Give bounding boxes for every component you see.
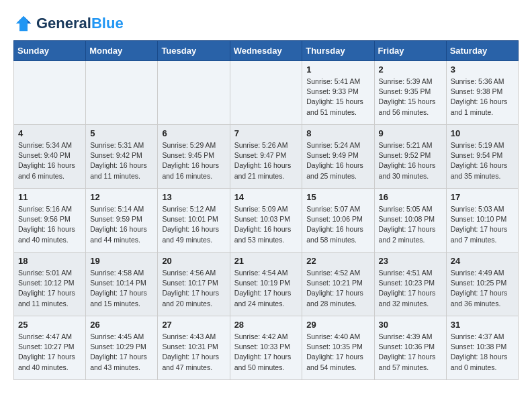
weekday-header-sunday: Sunday [14,41,86,61]
day-info: Sunrise: 4:40 AM Sunset: 10:35 PM Daylig… [306,332,369,373]
calendar-cell: 6Sunrise: 5:29 AM Sunset: 9:45 PM Daylig… [158,125,230,189]
day-number: 5 [90,128,153,138]
day-number: 17 [451,192,514,202]
calendar-cell: 8Sunrise: 5:24 AM Sunset: 9:49 PM Daylig… [302,125,374,189]
day-number: 28 [234,320,298,330]
day-info: Sunrise: 4:56 AM Sunset: 10:17 PM Daylig… [162,268,225,309]
day-info: Sunrise: 4:39 AM Sunset: 10:36 PM Daylig… [379,332,442,373]
calendar-cell: 17Sunrise: 5:03 AM Sunset: 10:10 PM Dayl… [446,189,518,253]
day-number: 15 [306,192,369,202]
calendar-cell: 11Sunrise: 5:16 AM Sunset: 9:56 PM Dayli… [14,189,86,253]
day-number: 21 [234,256,298,266]
calendar-week-row: 4Sunrise: 5:34 AM Sunset: 9:40 PM Daylig… [14,125,519,189]
weekday-header-tuesday: Tuesday [158,41,230,61]
calendar-cell: 10Sunrise: 5:19 AM Sunset: 9:54 PM Dayli… [446,125,518,189]
day-info: Sunrise: 4:58 AM Sunset: 10:14 PM Daylig… [90,268,153,309]
calendar-cell: 19Sunrise: 4:58 AM Sunset: 10:14 PM Dayl… [86,253,158,316]
day-info: Sunrise: 5:12 AM Sunset: 10:01 PM Daylig… [162,204,225,245]
day-number: 8 [306,128,369,138]
day-info: Sunrise: 4:52 AM Sunset: 10:21 PM Daylig… [306,268,369,309]
weekday-header-monday: Monday [86,41,158,61]
logo-icon [13,13,34,34]
weekday-header-wednesday: Wednesday [230,41,302,61]
day-number: 20 [162,256,225,266]
day-info: Sunrise: 4:49 AM Sunset: 10:25 PM Daylig… [451,268,514,309]
day-number: 29 [306,320,369,330]
day-number: 25 [18,320,81,330]
calendar-cell [86,61,158,125]
calendar-cell: 9Sunrise: 5:21 AM Sunset: 9:52 PM Daylig… [374,125,446,189]
day-info: Sunrise: 4:45 AM Sunset: 10:29 PM Daylig… [90,332,153,373]
day-number: 27 [162,320,225,330]
weekday-header-saturday: Saturday [446,41,518,61]
day-info: Sunrise: 5:05 AM Sunset: 10:08 PM Daylig… [379,204,442,245]
calendar-cell: 23Sunrise: 4:51 AM Sunset: 10:23 PM Dayl… [374,253,446,316]
day-info: Sunrise: 5:31 AM Sunset: 9:42 PM Dayligh… [90,140,153,181]
day-info: Sunrise: 4:54 AM Sunset: 10:19 PM Daylig… [234,268,298,309]
calendar-cell: 15Sunrise: 5:07 AM Sunset: 10:06 PM Dayl… [302,189,374,253]
logo: GeneralBlue [13,13,124,34]
day-info: Sunrise: 5:07 AM Sunset: 10:06 PM Daylig… [306,204,369,245]
calendar-week-row: 18Sunrise: 5:01 AM Sunset: 10:12 PM Dayl… [14,253,519,316]
calendar-cell: 24Sunrise: 4:49 AM Sunset: 10:25 PM Dayl… [446,253,518,316]
weekday-header-thursday: Thursday [302,41,374,61]
day-info: Sunrise: 5:16 AM Sunset: 9:56 PM Dayligh… [18,204,81,245]
day-number: 2 [379,64,442,75]
day-number: 23 [379,256,442,266]
calendar-cell: 2Sunrise: 5:39 AM Sunset: 9:35 PM Daylig… [374,61,446,125]
calendar-cell: 18Sunrise: 5:01 AM Sunset: 10:12 PM Dayl… [14,253,86,316]
day-number: 18 [18,256,81,266]
calendar-week-row: 1Sunrise: 5:41 AM Sunset: 9:33 PM Daylig… [14,61,519,125]
calendar-cell: 27Sunrise: 4:43 AM Sunset: 10:31 PM Dayl… [158,316,230,380]
calendar-cell: 20Sunrise: 4:56 AM Sunset: 10:17 PM Dayl… [158,253,230,316]
day-info: Sunrise: 5:19 AM Sunset: 9:54 PM Dayligh… [451,140,514,181]
calendar-cell: 1Sunrise: 5:41 AM Sunset: 9:33 PM Daylig… [302,61,374,125]
calendar-cell: 3Sunrise: 5:36 AM Sunset: 9:38 PM Daylig… [446,61,518,125]
day-number: 6 [162,128,225,138]
calendar-cell [14,61,86,125]
day-info: Sunrise: 5:39 AM Sunset: 9:35 PM Dayligh… [379,77,442,118]
day-info: Sunrise: 5:14 AM Sunset: 9:59 PM Dayligh… [90,204,153,245]
day-number: 13 [162,192,225,202]
day-info: Sunrise: 5:01 AM Sunset: 10:12 PM Daylig… [18,268,81,309]
day-number: 26 [90,320,153,330]
day-info: Sunrise: 4:51 AM Sunset: 10:23 PM Daylig… [379,268,442,309]
day-info: Sunrise: 5:26 AM Sunset: 9:47 PM Dayligh… [234,140,298,181]
page-header: GeneralBlue [13,13,519,34]
day-number: 11 [18,192,81,202]
day-info: Sunrise: 4:37 AM Sunset: 10:38 PM Daylig… [451,332,514,373]
day-number: 30 [379,320,442,330]
day-number: 3 [451,64,514,75]
day-number: 10 [451,128,514,138]
weekday-header-friday: Friday [374,41,446,61]
calendar-cell: 30Sunrise: 4:39 AM Sunset: 10:36 PM Dayl… [374,316,446,380]
calendar-cell [230,61,302,125]
day-number: 16 [379,192,442,202]
calendar-cell [158,61,230,125]
calendar-cell: 21Sunrise: 4:54 AM Sunset: 10:19 PM Dayl… [230,253,302,316]
calendar-cell: 13Sunrise: 5:12 AM Sunset: 10:01 PM Dayl… [158,189,230,253]
day-info: Sunrise: 5:41 AM Sunset: 9:33 PM Dayligh… [306,77,369,118]
day-info: Sunrise: 4:47 AM Sunset: 10:27 PM Daylig… [18,332,81,373]
day-number: 14 [234,192,298,202]
calendar-cell: 4Sunrise: 5:34 AM Sunset: 9:40 PM Daylig… [14,125,86,189]
calendar-week-row: 25Sunrise: 4:47 AM Sunset: 10:27 PM Dayl… [14,316,519,380]
day-info: Sunrise: 5:34 AM Sunset: 9:40 PM Dayligh… [18,140,81,181]
day-number: 19 [90,256,153,266]
calendar-table: SundayMondayTuesdayWednesdayThursdayFrid… [13,40,519,380]
calendar-cell: 31Sunrise: 4:37 AM Sunset: 10:38 PM Dayl… [446,316,518,380]
logo-text: GeneralBlue [36,15,124,32]
day-number: 24 [451,256,514,266]
calendar-cell: 16Sunrise: 5:05 AM Sunset: 10:08 PM Dayl… [374,189,446,253]
day-number: 9 [379,128,442,138]
day-number: 4 [18,128,81,138]
day-info: Sunrise: 4:42 AM Sunset: 10:33 PM Daylig… [234,332,298,373]
calendar-cell: 5Sunrise: 5:31 AM Sunset: 9:42 PM Daylig… [86,125,158,189]
weekday-header-row: SundayMondayTuesdayWednesdayThursdayFrid… [14,41,519,61]
day-info: Sunrise: 5:21 AM Sunset: 9:52 PM Dayligh… [379,140,442,181]
calendar-cell: 22Sunrise: 4:52 AM Sunset: 10:21 PM Dayl… [302,253,374,316]
calendar-cell: 25Sunrise: 4:47 AM Sunset: 10:27 PM Dayl… [14,316,86,380]
day-number: 1 [306,64,369,75]
day-info: Sunrise: 5:09 AM Sunset: 10:03 PM Daylig… [234,204,298,245]
day-info: Sunrise: 5:03 AM Sunset: 10:10 PM Daylig… [451,204,514,245]
